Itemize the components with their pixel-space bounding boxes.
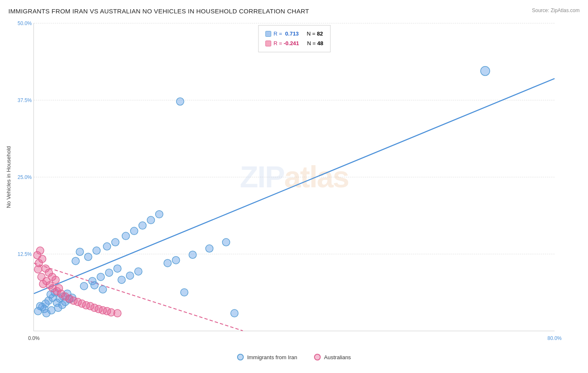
- svg-point-48: [206, 245, 213, 252]
- svg-point-42: [126, 272, 134, 279]
- legend-label-blue: Immigrants from Iran: [247, 354, 297, 360]
- legend-label-pink: Australians: [324, 354, 351, 360]
- svg-point-51: [231, 309, 238, 317]
- svg-point-35: [147, 216, 155, 224]
- svg-point-50: [176, 98, 184, 105]
- svg-point-44: [164, 259, 171, 267]
- bottom-legend: Immigrants from Iran Australians: [237, 354, 351, 360]
- svg-point-25: [97, 273, 105, 281]
- y-tick-50: 50.0%: [18, 20, 32, 26]
- legend-dot-blue: [237, 354, 244, 360]
- x-tick-0: 0.0%: [28, 335, 39, 341]
- svg-point-31: [112, 238, 119, 246]
- svg-point-46: [181, 289, 188, 296]
- svg-point-23: [80, 282, 88, 290]
- svg-point-39: [99, 286, 107, 293]
- svg-point-30: [103, 243, 111, 250]
- scatter-plot-svg: [34, 23, 555, 331]
- legend-item-pink: Australians: [314, 354, 351, 360]
- svg-point-26: [105, 269, 113, 276]
- x-tick-80: 80.0%: [547, 335, 562, 341]
- svg-point-37: [72, 257, 79, 265]
- y-axis-label: No Vehicles in Household: [5, 146, 12, 208]
- y-tick-375: 37.5%: [18, 97, 32, 103]
- svg-point-45: [172, 256, 180, 264]
- svg-point-81: [114, 309, 121, 317]
- svg-point-34: [139, 222, 146, 229]
- svg-point-36: [156, 210, 163, 218]
- svg-point-28: [84, 253, 92, 261]
- svg-point-47: [189, 251, 197, 258]
- svg-point-40: [91, 281, 98, 289]
- y-tick-125: 12.5%: [18, 251, 32, 257]
- svg-point-29: [93, 247, 100, 254]
- svg-point-38: [76, 248, 84, 255]
- chart-title: IMMIGRANTS FROM IRAN VS AUSTRALIAN NO VE…: [8, 8, 309, 15]
- svg-point-43: [135, 268, 142, 275]
- svg-point-22: [481, 66, 490, 76]
- svg-point-79: [55, 284, 63, 292]
- svg-point-78: [33, 251, 41, 259]
- chart-area: 50.0% 37.5% 25.0% 12.5% 0.0% 80.0% ZIPat…: [33, 23, 555, 331]
- svg-point-14: [34, 307, 42, 315]
- y-tick-25: 25.0%: [18, 174, 32, 180]
- chart-container: IMMIGRANTS FROM IRAN VS AUSTRALIAN NO VE…: [0, 0, 588, 373]
- source-text: Source: ZipAtlas.com: [532, 8, 580, 13]
- svg-point-49: [222, 238, 230, 246]
- svg-point-76: [52, 276, 59, 284]
- legend-dot-pink: [314, 354, 321, 360]
- svg-point-27: [114, 265, 121, 272]
- legend-item-blue: Immigrants from Iran: [237, 354, 297, 360]
- svg-point-33: [130, 227, 138, 235]
- svg-point-41: [118, 276, 125, 284]
- svg-line-0: [34, 79, 555, 294]
- svg-point-32: [122, 232, 130, 240]
